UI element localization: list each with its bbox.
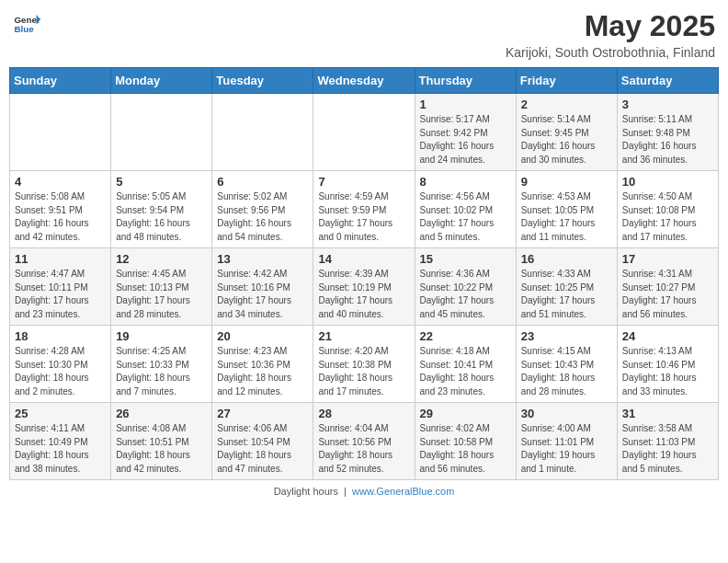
weekday-header-tuesday: Tuesday <box>212 68 313 94</box>
calendar-cell <box>212 94 313 171</box>
day-info: Sunrise: 5:05 AM Sunset: 9:54 PM Dayligh… <box>116 190 207 244</box>
day-number: 17 <box>622 252 713 266</box>
calendar-week-row: 11Sunrise: 4:47 AM Sunset: 10:11 PM Dayl… <box>10 248 719 326</box>
day-info: Sunrise: 4:06 AM Sunset: 10:54 PM Daylig… <box>217 422 308 476</box>
calendar-cell: 9Sunrise: 4:53 AM Sunset: 10:05 PM Dayli… <box>516 171 617 248</box>
day-info: Sunrise: 4:53 AM Sunset: 10:05 PM Daylig… <box>521 190 612 244</box>
day-number: 26 <box>116 407 207 420</box>
day-info: Sunrise: 4:56 AM Sunset: 10:02 PM Daylig… <box>420 190 511 244</box>
day-number: 4 <box>15 175 106 189</box>
calendar-table: SundayMondayTuesdayWednesdayThursdayFrid… <box>9 67 719 480</box>
day-info: Sunrise: 5:14 AM Sunset: 9:45 PM Dayligh… <box>521 113 612 167</box>
day-info: Sunrise: 5:08 AM Sunset: 9:51 PM Dayligh… <box>15 190 106 244</box>
day-number: 19 <box>116 329 207 343</box>
calendar-cell: 7Sunrise: 4:59 AM Sunset: 9:59 PM Daylig… <box>313 171 415 248</box>
footer: Daylight hours | www.GeneralBlue.com <box>9 486 719 497</box>
title-area: May 2025 Karijoki, South Ostrobothnia, F… <box>506 9 715 60</box>
day-info: Sunrise: 4:04 AM Sunset: 10:56 PM Daylig… <box>318 422 409 476</box>
calendar-cell <box>313 94 415 171</box>
day-info: Sunrise: 4:42 AM Sunset: 10:16 PM Daylig… <box>217 268 308 321</box>
calendar-cell: 29Sunrise: 4:02 AM Sunset: 10:58 PM Dayl… <box>415 403 516 480</box>
day-number: 18 <box>15 329 106 343</box>
calendar-cell: 31Sunrise: 3:58 AM Sunset: 11:03 PM Dayl… <box>617 403 718 480</box>
calendar-cell: 27Sunrise: 4:06 AM Sunset: 10:54 PM Dayl… <box>212 403 313 480</box>
calendar-week-row: 18Sunrise: 4:28 AM Sunset: 10:30 PM Dayl… <box>10 326 719 403</box>
weekday-header-thursday: Thursday <box>415 68 516 94</box>
day-number: 7 <box>318 175 409 189</box>
day-info: Sunrise: 4:50 AM Sunset: 10:08 PM Daylig… <box>622 190 713 244</box>
calendar-cell <box>111 94 212 171</box>
day-number: 14 <box>318 252 409 266</box>
day-number: 21 <box>318 329 409 343</box>
day-number: 27 <box>217 407 308 420</box>
day-info: Sunrise: 5:17 AM Sunset: 9:42 PM Dayligh… <box>420 113 511 167</box>
day-info: Sunrise: 4:13 AM Sunset: 10:46 PM Daylig… <box>622 345 713 398</box>
day-number: 9 <box>521 175 612 189</box>
day-number: 22 <box>420 329 511 343</box>
location-subtitle: Karijoki, South Ostrobothnia, Finland <box>506 45 715 60</box>
calendar-cell: 22Sunrise: 4:18 AM Sunset: 10:41 PM Dayl… <box>415 326 516 403</box>
day-number: 1 <box>420 98 511 111</box>
day-number: 25 <box>15 407 106 420</box>
calendar-cell: 4Sunrise: 5:08 AM Sunset: 9:51 PM Daylig… <box>10 171 111 248</box>
day-info: Sunrise: 4:45 AM Sunset: 10:13 PM Daylig… <box>116 268 207 321</box>
day-number: 6 <box>217 175 308 189</box>
daylight-hours-label: Daylight hours <box>274 486 338 497</box>
day-number: 5 <box>116 175 207 189</box>
day-number: 20 <box>217 329 308 343</box>
weekday-header-friday: Friday <box>516 68 617 94</box>
day-info: Sunrise: 4:36 AM Sunset: 10:22 PM Daylig… <box>420 268 511 321</box>
calendar-cell: 1Sunrise: 5:17 AM Sunset: 9:42 PM Daylig… <box>415 94 516 171</box>
weekday-header-wednesday: Wednesday <box>313 68 415 94</box>
day-info: Sunrise: 4:28 AM Sunset: 10:30 PM Daylig… <box>15 345 106 398</box>
calendar-cell: 18Sunrise: 4:28 AM Sunset: 10:30 PM Dayl… <box>10 326 111 403</box>
website-link[interactable]: www.GeneralBlue.com <box>352 486 454 497</box>
month-title: May 2025 <box>506 9 715 43</box>
calendar-cell: 20Sunrise: 4:23 AM Sunset: 10:36 PM Dayl… <box>212 326 313 403</box>
calendar-cell: 8Sunrise: 4:56 AM Sunset: 10:02 PM Dayli… <box>415 171 516 248</box>
calendar-cell: 26Sunrise: 4:08 AM Sunset: 10:51 PM Dayl… <box>111 403 212 480</box>
calendar-cell: 2Sunrise: 5:14 AM Sunset: 9:45 PM Daylig… <box>516 94 617 171</box>
day-number: 3 <box>622 98 713 111</box>
calendar-cell <box>10 94 111 171</box>
day-number: 11 <box>15 252 106 266</box>
calendar-week-row: 25Sunrise: 4:11 AM Sunset: 10:49 PM Dayl… <box>10 403 719 480</box>
logo-icon: General Blue <box>13 9 40 37</box>
calendar-cell: 10Sunrise: 4:50 AM Sunset: 10:08 PM Dayl… <box>617 171 718 248</box>
calendar-cell: 11Sunrise: 4:47 AM Sunset: 10:11 PM Dayl… <box>10 248 111 326</box>
logo: General Blue <box>13 9 40 37</box>
calendar-cell: 28Sunrise: 4:04 AM Sunset: 10:56 PM Dayl… <box>313 403 415 480</box>
calendar-cell: 23Sunrise: 4:15 AM Sunset: 10:43 PM Dayl… <box>516 326 617 403</box>
day-info: Sunrise: 4:18 AM Sunset: 10:41 PM Daylig… <box>420 345 511 398</box>
day-number: 2 <box>521 98 612 111</box>
calendar-cell: 5Sunrise: 5:05 AM Sunset: 9:54 PM Daylig… <box>111 171 212 248</box>
day-info: Sunrise: 5:11 AM Sunset: 9:48 PM Dayligh… <box>622 113 713 167</box>
day-number: 31 <box>622 407 713 420</box>
day-info: Sunrise: 4:02 AM Sunset: 10:58 PM Daylig… <box>420 422 511 476</box>
calendar-cell: 19Sunrise: 4:25 AM Sunset: 10:33 PM Dayl… <box>111 326 212 403</box>
day-info: Sunrise: 4:25 AM Sunset: 10:33 PM Daylig… <box>116 345 207 398</box>
day-info: Sunrise: 4:08 AM Sunset: 10:51 PM Daylig… <box>116 422 207 476</box>
day-number: 29 <box>420 407 511 420</box>
day-info: Sunrise: 4:00 AM Sunset: 11:01 PM Daylig… <box>521 422 612 476</box>
calendar-cell: 14Sunrise: 4:39 AM Sunset: 10:19 PM Dayl… <box>313 248 415 326</box>
day-info: Sunrise: 4:15 AM Sunset: 10:43 PM Daylig… <box>521 345 612 398</box>
weekday-header-monday: Monday <box>111 68 212 94</box>
day-number: 23 <box>521 329 612 343</box>
weekday-header-sunday: Sunday <box>10 68 111 94</box>
day-info: Sunrise: 3:58 AM Sunset: 11:03 PM Daylig… <box>622 422 713 476</box>
day-info: Sunrise: 4:20 AM Sunset: 10:38 PM Daylig… <box>318 345 409 398</box>
calendar-cell: 6Sunrise: 5:02 AM Sunset: 9:56 PM Daylig… <box>212 171 313 248</box>
day-info: Sunrise: 4:39 AM Sunset: 10:19 PM Daylig… <box>318 268 409 321</box>
day-number: 12 <box>116 252 207 266</box>
day-info: Sunrise: 4:47 AM Sunset: 10:11 PM Daylig… <box>15 268 106 321</box>
day-info: Sunrise: 4:23 AM Sunset: 10:36 PM Daylig… <box>217 345 308 398</box>
day-number: 16 <box>521 252 612 266</box>
day-info: Sunrise: 4:11 AM Sunset: 10:49 PM Daylig… <box>15 422 106 476</box>
calendar-cell: 21Sunrise: 4:20 AM Sunset: 10:38 PM Dayl… <box>313 326 415 403</box>
calendar-cell: 17Sunrise: 4:31 AM Sunset: 10:27 PM Dayl… <box>617 248 718 326</box>
svg-text:Blue: Blue <box>15 24 35 34</box>
calendar-cell: 25Sunrise: 4:11 AM Sunset: 10:49 PM Dayl… <box>10 403 111 480</box>
day-number: 15 <box>420 252 511 266</box>
day-number: 28 <box>318 407 409 420</box>
